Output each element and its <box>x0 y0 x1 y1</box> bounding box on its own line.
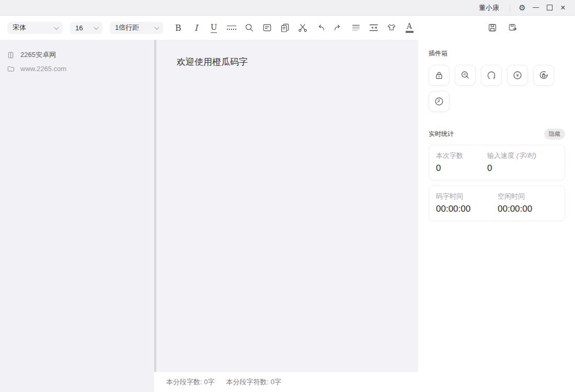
stat-label: 输入速度 (字/时) <box>487 151 565 160</box>
stat-speed: 输入速度 (字/时) 0 <box>487 151 565 174</box>
align-button[interactable] <box>350 21 362 34</box>
indent-button[interactable] <box>367 21 380 34</box>
bold-icon: B <box>175 23 181 33</box>
redo-button[interactable] <box>332 21 344 34</box>
yen-circle-icon: ¥ <box>512 70 523 81</box>
titlebar-divider <box>510 4 510 11</box>
right-panel: 插件箱 词 <box>418 40 575 372</box>
folder-icon <box>7 65 15 73</box>
hide-stats-button[interactable]: 隐藏 <box>544 129 565 140</box>
font-size-value: 16 <box>75 24 83 32</box>
stat-value: 0 <box>436 163 487 174</box>
plugin-yen-button[interactable]: ¥ <box>507 65 528 86</box>
chevron-down-icon <box>94 25 99 30</box>
lock-icon <box>433 70 445 81</box>
theme-button[interactable] <box>385 21 398 34</box>
svg-text:词: 词 <box>463 73 466 76</box>
chevron-down-icon <box>54 25 59 30</box>
format-buttons: B I U <box>172 21 416 34</box>
head-profile-icon <box>486 70 497 81</box>
close-button[interactable]: × <box>556 1 570 15</box>
statusbar: 本分段字数: 0字 本分段字符数: 0字 <box>156 372 575 392</box>
stat-typing-time: 码字时间 00:00:00 <box>436 192 498 214</box>
divider-line-button[interactable] <box>225 21 238 34</box>
search-icon <box>244 22 255 33</box>
note-button[interactable] <box>261 21 273 34</box>
italic-icon: I <box>194 23 198 33</box>
search-button[interactable] <box>243 21 256 34</box>
note-icon <box>262 22 272 33</box>
font-family-select[interactable]: 宋体 <box>7 22 63 34</box>
clock-icon <box>433 96 445 107</box>
underline-icon: U <box>211 22 217 33</box>
save-buttons <box>486 21 519 34</box>
line-spacing-select[interactable]: 1倍行距 <box>110 22 163 34</box>
plugin-box-title: 插件箱 <box>429 49 565 58</box>
save-as-button[interactable] <box>507 21 519 34</box>
bold-button[interactable]: B <box>172 21 185 34</box>
underline-button[interactable]: U <box>208 21 220 34</box>
auto-lock-icon <box>538 70 549 81</box>
copy-icon <box>280 22 290 33</box>
plugin-grid: 词 ¥ <box>429 65 559 112</box>
titlebar: 董小康 ⚙ × <box>0 0 575 16</box>
font-family-value: 宋体 <box>13 23 26 32</box>
sidebar-item-label: 2265安卓网 <box>20 50 56 60</box>
stats-header: 实时统计 隐藏 <box>429 129 565 140</box>
font-color-icon: A <box>406 22 413 33</box>
svg-text:¥: ¥ <box>516 73 519 78</box>
divider-line-icon <box>227 26 236 30</box>
editor-area[interactable]: 欢迎使用橙瓜码字 <box>156 40 418 372</box>
minimize-icon <box>533 7 539 8</box>
sidebar: 2265安卓网 www.2265.com <box>0 40 154 392</box>
editor-text: 欢迎使用橙瓜码字 <box>177 55 408 68</box>
username[interactable]: 董小康 <box>479 3 499 13</box>
stat-label: 空闲时间 <box>498 192 565 201</box>
undo-icon <box>315 22 326 33</box>
align-lines-icon <box>351 22 361 33</box>
sidebar-item-book[interactable]: 2265安卓网 <box>0 48 154 62</box>
copy-button[interactable] <box>279 21 291 34</box>
toolbar: 宋体 16 1倍行距 B I U <box>0 16 575 40</box>
stat-label: 码字时间 <box>436 192 498 201</box>
stats-title: 实时统计 <box>429 130 454 139</box>
plugin-lock-button[interactable] <box>429 65 450 86</box>
redo-icon <box>333 22 343 33</box>
save-button[interactable] <box>486 21 499 34</box>
plugin-clock-button[interactable] <box>429 91 450 112</box>
status-paragraph-chars: 本分段字符数: 0字 <box>226 377 281 387</box>
minimize-button[interactable] <box>529 1 543 15</box>
settings-button[interactable]: ⚙ <box>515 1 529 15</box>
gear-icon: ⚙ <box>519 3 525 13</box>
plugin-head-button[interactable] <box>481 65 502 86</box>
plugin-auto-lock-button[interactable] <box>533 65 554 86</box>
sidebar-item-label: www.2265.com <box>20 65 66 73</box>
font-color-button[interactable]: A <box>403 21 416 34</box>
sidebar-item-folder[interactable]: www.2265.com <box>0 62 154 75</box>
close-icon: × <box>560 3 566 12</box>
stat-value: 00:00:00 <box>436 204 498 214</box>
word-search-icon: 词 <box>459 70 471 81</box>
stats-card-words: 本次字数 0 输入速度 (字/时) 0 <box>429 145 565 180</box>
save-icon <box>487 22 498 33</box>
indent-icon <box>369 22 379 33</box>
tshirt-icon <box>386 22 397 33</box>
italic-button[interactable]: I <box>190 21 202 34</box>
line-spacing-value: 1倍行距 <box>115 23 139 32</box>
main-area: 2265安卓网 www.2265.com 欢迎使用橙瓜码字 插件箱 <box>0 40 575 392</box>
stat-idle-time: 空闲时间 00:00:00 <box>498 192 565 214</box>
stat-value: 00:00:00 <box>498 204 565 214</box>
undo-button[interactable] <box>314 21 327 34</box>
plugin-word-search-button[interactable]: 词 <box>455 65 476 86</box>
stat-label: 本次字数 <box>436 151 487 160</box>
cut-button[interactable] <box>296 21 309 34</box>
maximize-button[interactable] <box>543 1 556 15</box>
stats-card-time: 码字时间 00:00:00 空闲时间 00:00:00 <box>429 186 565 221</box>
maximize-icon <box>547 5 553 10</box>
stat-word-count: 本次字数 0 <box>436 151 487 174</box>
book-icon <box>7 51 15 59</box>
status-paragraph-words: 本分段字数: 0字 <box>166 377 214 387</box>
chevron-down-icon <box>154 25 159 30</box>
stat-value: 0 <box>487 163 565 174</box>
font-size-select[interactable]: 16 <box>70 22 102 34</box>
